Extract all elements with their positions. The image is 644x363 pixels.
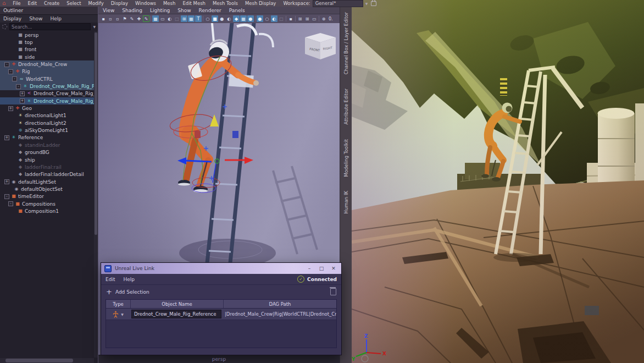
outliner-tree-item[interactable]: ◆ groundBG (0, 149, 94, 156)
home-icon[interactable]: ⌂ (2, 1, 5, 6)
tree-expander-icon[interactable]: - (16, 84, 21, 89)
outliner-tree-item[interactable]: + < Drednot_Crew_Male_Rig_Hi (0, 90, 94, 97)
pan-zoom-icon[interactable]: ▫ (107, 15, 114, 22)
film-gate-icon[interactable]: ▭ (159, 15, 166, 22)
exposure-icon[interactable]: ⊕ (320, 15, 327, 22)
menu-item[interactable]: Create (44, 1, 59, 6)
outliner-tree-item[interactable]: - ■ timeEditor (0, 193, 94, 200)
menu-item[interactable]: File (13, 1, 20, 6)
tree-expander-icon[interactable]: + (8, 106, 13, 111)
menu-item[interactable]: Display (3, 16, 21, 21)
outliner-tree-item[interactable]: + ✳ Reference (0, 134, 94, 141)
gate-mask-icon[interactable]: □ (174, 15, 180, 22)
menu-item[interactable]: Panels (229, 8, 245, 13)
pencil-context-icon[interactable]: ✎ (143, 15, 149, 22)
menu-item[interactable]: Mesh Display (245, 1, 276, 6)
single-pane-icon[interactable]: ▭ (311, 15, 318, 22)
outliner-tree-item[interactable]: + ◉ defaultLightSet (0, 178, 94, 185)
outliner-tree-item[interactable]: ■ top (0, 38, 94, 46)
viewport-toolbar-icon[interactable] (295, 15, 296, 22)
add-selection-plus-icon[interactable]: + (106, 289, 112, 295)
outliner-tree-item[interactable]: ◉ defaultObjectSet (0, 185, 94, 193)
extra-display-icon[interactable]: □ (278, 15, 285, 22)
camera-bookmark-icon[interactable]: ▪ (100, 15, 107, 22)
textured-icon[interactable]: ● (219, 15, 225, 22)
tree-expander-icon[interactable]: + (20, 91, 25, 96)
viewport-toolbar-icon[interactable] (318, 15, 320, 22)
paste-layout-icon[interactable]: ⊞ (304, 15, 310, 22)
menu-item[interactable]: Lighting (150, 8, 170, 13)
menu-item[interactable]: Windows (135, 1, 156, 6)
menu-item[interactable]: Shading (122, 8, 142, 13)
maximize-button[interactable]: □ (317, 263, 326, 274)
outliner-tree-item[interactable]: + ✚ Geo (0, 105, 94, 112)
grid-toggle-icon[interactable]: ▦ (152, 15, 159, 22)
outliner-tree-item[interactable]: ◆ standinLadder (0, 141, 94, 148)
tree-expander-icon[interactable]: + (20, 98, 25, 103)
menu-item[interactable]: Show (177, 8, 191, 13)
column-header-dag-path[interactable]: DAG Path (224, 300, 336, 308)
subject-row[interactable]: ▼ Drednot_Crew_Male_Rig_Reference |Dredn… (106, 309, 336, 320)
menu-item[interactable]: Edit (28, 1, 37, 6)
outliner-search-input[interactable]: Search... (9, 23, 91, 30)
outliner-tree-item[interactable]: - ≈ WorldCTRL (0, 75, 94, 82)
live-link-menu-help[interactable]: Help (123, 277, 135, 282)
outliner-tree-item[interactable]: ☀ directionalLight1 (0, 112, 94, 119)
outliner-tree-item[interactable]: - ■ Compositions (0, 200, 94, 207)
outliner-tree-item[interactable]: ■ persp (0, 31, 94, 38)
ambient-occlusion-icon[interactable]: ▦ (240, 15, 247, 22)
menu-item[interactable]: Select (66, 1, 81, 6)
viewport-toolbar-icon[interactable] (254, 15, 256, 22)
menu-item[interactable]: Edit Mesh (182, 1, 206, 6)
column-header-type[interactable]: Type (106, 300, 131, 308)
use-all-lights-icon[interactable]: ◐ (226, 15, 232, 22)
outliner-tree-item[interactable]: ■ front (0, 46, 94, 53)
outliner-tree-item[interactable]: ◆ ladderFinal:ladderDetail (0, 171, 94, 178)
add-bookmark-icon[interactable]: ✚ (136, 15, 142, 22)
workspace-dropdown-arrow-icon[interactable]: ▼ (365, 2, 368, 6)
paint-tool-icon[interactable]: ✎ (129, 15, 135, 22)
outliner-tree-item[interactable]: ■ Composition1 (0, 207, 94, 215)
menu-item[interactable]: View (103, 8, 114, 13)
tree-expander-icon[interactable]: - (4, 194, 9, 199)
shadows-icon[interactable]: ◆ (233, 15, 240, 22)
resolution-gate-icon[interactable]: ◐ (166, 15, 173, 22)
outliner-tree-item[interactable]: ◆ ship (0, 156, 94, 163)
workspace-lock-icon[interactable] (371, 1, 376, 6)
paint-effects-icon[interactable]: ○ (264, 15, 270, 22)
outliner-tree-item[interactable]: + ✳ Drednot_Crew_Male_Rig_Ct (0, 97, 94, 105)
viewport-toolbar-icon[interactable] (202, 15, 204, 22)
unreal-render-view[interactable]: Z X Y (352, 0, 644, 363)
isolate-select-icon[interactable]: ▪ (287, 15, 294, 22)
outliner-horizontal-scrollbar[interactable] (0, 358, 94, 363)
copy-layout-icon[interactable]: ⊞ (297, 15, 303, 22)
outliner-tree-item[interactable]: ☀ directionalLight2 (0, 119, 94, 127)
outliner-tree-item[interactable]: ■ side (0, 53, 94, 61)
wireframe-icon[interactable]: ○ (204, 15, 211, 22)
menu-item[interactable]: Show (29, 16, 42, 21)
search-filter-arrow-icon[interactable]: ▼ (93, 25, 96, 29)
menu-item[interactable]: Display (111, 1, 128, 6)
tree-expander-icon[interactable]: - (4, 62, 9, 67)
side-tab[interactable]: Attribute Editor (343, 89, 349, 124)
menu-item[interactable]: Help (50, 16, 62, 21)
tree-expander-icon[interactable]: + (4, 135, 9, 140)
anti-aliasing-icon[interactable]: ● (257, 15, 263, 22)
tumble-icon[interactable]: ▫ (114, 15, 121, 22)
tree-expander-icon[interactable]: - (8, 201, 13, 206)
subject-type-dropdown-icon[interactable]: ▼ (121, 312, 124, 316)
menu-item[interactable]: Renderer (199, 8, 221, 13)
side-tab[interactable]: Channel Box / Layer Editor (343, 12, 349, 74)
safe-title-icon[interactable]: T (195, 15, 202, 22)
shaded-icon[interactable]: ■ (212, 15, 218, 22)
outliner-tree-item[interactable]: - ✚ Drednot_Male_Crew (0, 61, 94, 68)
minimize-button[interactable]: – (305, 263, 314, 274)
viewport-toolbar-icon[interactable] (150, 15, 152, 22)
tree-expander-icon[interactable]: + (4, 179, 9, 184)
tree-expander-icon[interactable]: - (8, 69, 13, 74)
viewport-toolbar-icon[interactable] (285, 15, 287, 22)
live-link-menu-edit[interactable]: Edit (106, 277, 115, 282)
motion-blur-icon[interactable]: ● (247, 15, 254, 22)
exposure-value[interactable]: 0. (327, 15, 334, 22)
tree-expander-icon[interactable]: - (12, 76, 17, 81)
